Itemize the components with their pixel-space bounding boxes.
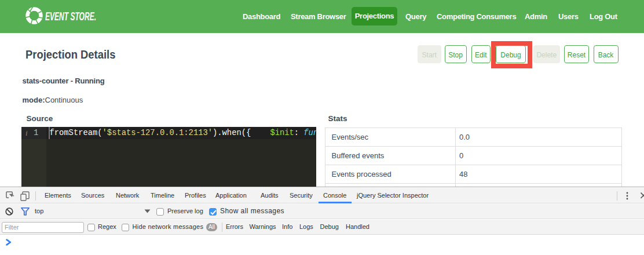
svg-text:EVENT STORE.: EVENT STORE. (45, 10, 96, 23)
